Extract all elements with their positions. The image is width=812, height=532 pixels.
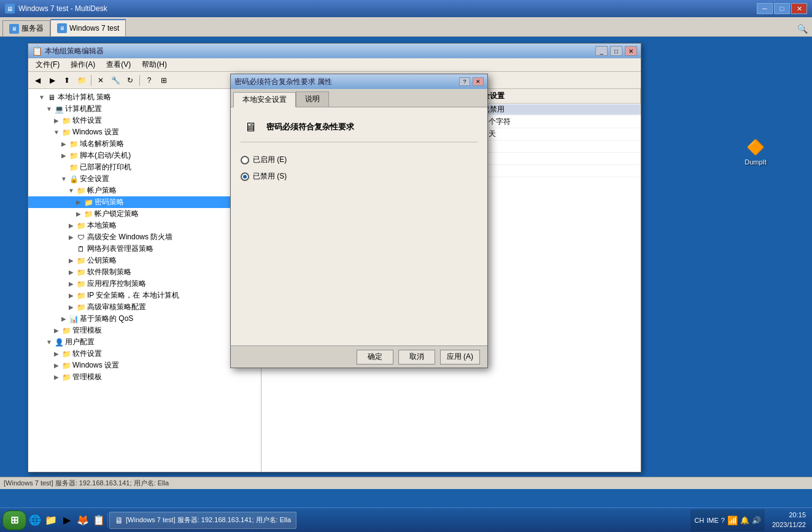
close-button[interactable]: ✕ xyxy=(791,3,807,14)
col-security[interactable]: 安全设置 xyxy=(470,89,641,103)
multidesk-window: 🖥 Windows 7 test - MultiDesk ─ □ ✕ 🖥 服务器… xyxy=(0,0,812,514)
minimize-button[interactable]: ─ xyxy=(757,3,773,14)
tree-software-restrict[interactable]: ▶ 📁 软件限制策略 xyxy=(28,266,261,278)
tree-root-label: 本地计算机 策略 xyxy=(58,92,258,102)
tray-help[interactable]: ? xyxy=(721,517,725,524)
tree-user-admin[interactable]: ▶ 📁 管理模板 xyxy=(28,371,261,383)
toolbar-extra[interactable]: ⊞ xyxy=(157,74,171,87)
menu-action[interactable]: 操作(A) xyxy=(66,58,100,71)
task-icon: 🖥 xyxy=(115,515,123,525)
tree-security-settings[interactable]: ▼ 🔒 安全设置 xyxy=(28,173,261,185)
row-val-2: 0 天 xyxy=(479,129,641,139)
multidesk-titlebar: 🖥 Windows 7 test - MultiDesk ─ □ ✕ xyxy=(0,0,812,17)
start-orb: ⊞ xyxy=(10,514,18,526)
toolbar-show-hide[interactable]: 📁 xyxy=(75,74,88,87)
tree-windows-settings[interactable]: ▼ 📁 Windows 设置 xyxy=(28,126,261,138)
desktop: 🖥 Windows 7 test - MultiDesk ─ □ ✕ 🖥 服务器… xyxy=(0,0,812,532)
tab-servers[interactable]: 🖥 服务器 xyxy=(2,20,50,36)
tree-local-policy[interactable]: ▶ 📁 本地策略 xyxy=(28,220,261,231)
tree-scripts[interactable]: ▶ 📁 脚本(启动/关机) xyxy=(28,150,261,161)
tree-account-policy[interactable]: ▼ 📁 帐户策略 xyxy=(28,185,261,196)
toolbar-help[interactable]: ? xyxy=(142,74,156,87)
tab-active[interactable]: 🖥 Windows 7 test xyxy=(50,19,126,36)
menu-help[interactable]: 帮助(H) xyxy=(137,58,172,71)
tree-software-settings[interactable]: ▶ 📁 软件设置 xyxy=(28,115,261,126)
desktop-icon-dumpit[interactable]: 🔶 DumpIt xyxy=(736,135,775,169)
mmc-window-icon: 📋 xyxy=(32,46,42,56)
tab-bar: 🖥 服务器 🖥 Windows 7 test 🔍 xyxy=(0,17,812,37)
taskbar-pin-firefox[interactable]: 🦊 xyxy=(75,513,90,528)
taskbar-pin-media[interactable]: ▶ xyxy=(60,513,74,528)
maximize-button[interactable]: □ xyxy=(774,3,790,14)
taskbar-active-task[interactable]: 🖥 [Windows 7 test] 服务器: 192.168.163.141;… xyxy=(109,512,296,529)
ok-button[interactable]: 确定 xyxy=(357,350,393,364)
tab-local-security[interactable]: 本地安全设置 xyxy=(233,92,296,107)
exp-al: ▶ xyxy=(68,280,75,288)
tree-pubkey[interactable]: ▶ 📁 公钥策略 xyxy=(28,255,261,266)
tab-description[interactable]: 说明 xyxy=(296,91,329,107)
toolbar-refresh[interactable]: ↻ xyxy=(123,74,137,87)
taskbar-pin-explorer[interactable]: 📁 xyxy=(44,513,58,528)
exp-nl xyxy=(68,245,75,253)
status-bar: [Windows 7 test] 服务器: 192.168.163.141; 用… xyxy=(0,477,812,489)
tree-qos[interactable]: ▶ 📊 基于策略的 QoS xyxy=(28,313,261,325)
taskbar-pin-task[interactable]: 📋 xyxy=(91,513,106,528)
prop-footer: 确定 取消 应用 (A) xyxy=(231,345,487,368)
exp-secset: ▼ xyxy=(60,175,68,183)
mmc-close-button[interactable]: ✕ xyxy=(625,46,637,56)
tab-search-button[interactable]: 🔍 xyxy=(795,21,810,36)
tree-root[interactable]: ▼ 🖥 本地计算机 策略 xyxy=(28,91,261,103)
toolbar-forward[interactable]: ▶ xyxy=(45,74,59,87)
tree-lockout-policy[interactable]: ▶ 📁 帐户锁定策略 xyxy=(28,208,261,220)
taskbar-pin-ie[interactable]: 🌐 xyxy=(28,513,42,528)
main-content: 🔶 DumpIt 📋 本地组策略编辑器 _ □ ✕ 文件(F) 操作(A) 查看… xyxy=(0,37,812,514)
tree-audit[interactable]: ▶ 📁 高级审核策略配置 xyxy=(28,301,261,313)
tree-ipsec[interactable]: ▶ 📁 IP 安全策略，在 本地计算机 xyxy=(28,290,261,301)
toolbar-back[interactable]: ◀ xyxy=(31,74,44,87)
tree-applocker[interactable]: ▶ 📁 应用程序控制策略 xyxy=(28,278,261,290)
tree-user-config[interactable]: ▼ 👤 用户配置 xyxy=(28,336,261,348)
tree-user-windows[interactable]: ▶ 📁 Windows 设置 xyxy=(28,360,261,371)
system-tray: CH IME ? 📶 🔔 🔊 xyxy=(690,509,765,531)
toolbar-delete[interactable]: ✕ xyxy=(94,74,107,87)
tree-dns-policy[interactable]: ▶ 📁 域名解析策略 xyxy=(28,138,261,150)
au-icon: 📁 xyxy=(76,303,86,312)
tree-firewall[interactable]: ▶ 🛡 高级安全 Windows 防火墙 xyxy=(28,231,261,243)
radio-disabled-option[interactable]: 已禁用 (S) xyxy=(241,171,478,182)
cancel-button[interactable]: 取消 xyxy=(398,350,435,364)
tree-admin-templates[interactable]: ▶ 📁 管理模板 xyxy=(28,325,261,336)
tree-computer-config[interactable]: ▼ 💻 计算机配置 xyxy=(28,103,261,115)
exp-pp: ▶ xyxy=(75,199,82,206)
toolbar-up[interactable]: ⬆ xyxy=(60,74,74,87)
root-icon: 🖥 xyxy=(47,93,56,102)
radio-enabled-label: 已启用 (E) xyxy=(253,155,287,165)
sc-icon: 📁 xyxy=(69,151,79,161)
active-tab-icon: 🖥 xyxy=(57,23,67,33)
exp-sr: ▶ xyxy=(68,269,75,276)
app-title: Windows 7 test - MultiDesk xyxy=(18,4,753,13)
clock[interactable]: 20:15 2023/11/22 xyxy=(768,509,810,531)
locpol-icon: 📁 xyxy=(76,221,86,231)
prop-help-button[interactable]: ? xyxy=(459,77,470,86)
tray-volume-icon[interactable]: 🔊 xyxy=(752,516,761,525)
apply-button[interactable]: 应用 (A) xyxy=(440,350,480,364)
lp-icon: 📁 xyxy=(83,209,93,219)
mmc-minimize-button[interactable]: _ xyxy=(595,46,608,56)
uadm-icon: 📁 xyxy=(61,372,71,382)
uws-icon: 📁 xyxy=(61,361,71,371)
tree-password-policy[interactable]: ▶ 📁 密码策略 xyxy=(28,196,261,208)
exp-ws: ▼ xyxy=(53,129,60,136)
tree-network-list[interactable]: 🗒 网络列表管理器策略 xyxy=(28,243,261,255)
start-button[interactable]: ⊞ xyxy=(2,511,26,530)
tree-printers[interactable]: 📁 已部署的打印机 xyxy=(28,161,261,173)
mmc-maximize-button[interactable]: □ xyxy=(610,46,622,56)
menu-view[interactable]: 查看(V) xyxy=(101,58,136,71)
app-icon: 🖥 xyxy=(5,4,15,13)
menu-file[interactable]: 文件(F) xyxy=(31,58,64,71)
prop-close-button[interactable]: ✕ xyxy=(473,77,484,86)
tree-user-sw[interactable]: ▶ 📁 软件设置 xyxy=(28,348,261,360)
tray-lang: CH xyxy=(694,517,704,524)
toolbar-properties[interactable]: 🔧 xyxy=(109,74,122,87)
radio-enabled-option[interactable]: 已启用 (E) xyxy=(241,155,478,165)
ss-icon: 📁 xyxy=(61,116,71,126)
